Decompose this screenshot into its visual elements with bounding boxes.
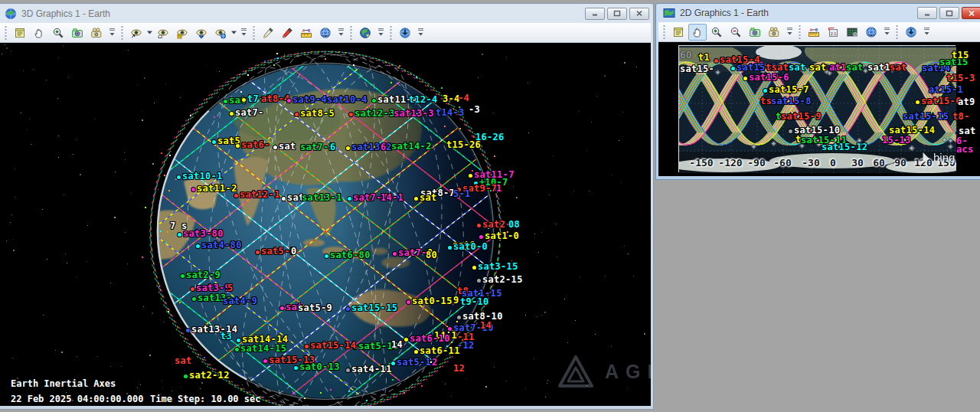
globe-map-icon bbox=[359, 27, 371, 39]
toolbar-button-zoom-in[interactable] bbox=[49, 25, 67, 41]
toolbar-overflow-icon[interactable] bbox=[239, 25, 248, 41]
star bbox=[577, 370, 577, 371]
satellite-dot-icon bbox=[242, 98, 246, 102]
toolbar-overflow-icon[interactable] bbox=[336, 25, 345, 41]
star bbox=[31, 144, 31, 145]
maximize-button[interactable] bbox=[607, 8, 627, 20]
star bbox=[556, 224, 557, 224]
star bbox=[77, 276, 77, 277]
satellite-dot-icon bbox=[237, 338, 240, 342]
star bbox=[65, 253, 66, 254]
satellite-marker bbox=[421, 385, 423, 387]
satellite-label: 14 bbox=[480, 321, 492, 330]
satellite-marker bbox=[161, 152, 162, 154]
toolbar-button-eye-arrow[interactable] bbox=[127, 25, 145, 41]
eye-home-icon bbox=[157, 27, 169, 39]
toolbar-button-marker[interactable] bbox=[259, 25, 277, 41]
toolbar-button-report[interactable] bbox=[11, 25, 29, 41]
satellite-dot-icon bbox=[414, 350, 418, 354]
window-2d-graphics: 2D Graphics 1 - Earth AB2:1 60-150-120-9… bbox=[655, 3, 980, 180]
star bbox=[58, 157, 59, 158]
star bbox=[553, 155, 554, 156]
star bbox=[525, 315, 526, 316]
toolbar-grip bbox=[349, 25, 353, 41]
satellite-marker bbox=[325, 58, 326, 60]
satellite-label: at9 bbox=[958, 97, 975, 106]
minimize-button[interactable] bbox=[585, 8, 605, 20]
toolbar-button-globe-arrow[interactable] bbox=[396, 25, 414, 41]
satellite-label: sat15-7 bbox=[763, 85, 809, 94]
star bbox=[591, 122, 592, 123]
toolbar-button-zoom-21[interactable]: 2:1 bbox=[824, 24, 842, 41]
satellite-label: sat7- bbox=[230, 108, 264, 117]
star bbox=[544, 312, 546, 313]
dropdown-caret-icon[interactable] bbox=[146, 25, 153, 41]
pen-icon bbox=[281, 27, 293, 39]
longitude-tick-label: 30 bbox=[851, 157, 864, 168]
2d-map-view[interactable]: 60-150-120-90-60-300306090120150sat15-t1… bbox=[658, 42, 980, 176]
satellite-dot-icon bbox=[273, 146, 277, 149]
animation-time-label: 22 Feb 2025 04:00:00.000 bbox=[11, 394, 143, 404]
titlebar-2d[interactable]: 2D Graphics 1 - Earth bbox=[658, 4, 980, 22]
star bbox=[2, 54, 2, 54]
satellite-label: sat6-10 bbox=[404, 334, 450, 343]
toolbar-overflow-icon[interactable] bbox=[416, 25, 425, 41]
star bbox=[611, 346, 612, 347]
satellite-label: t14-3 bbox=[436, 108, 465, 117]
maximize-button[interactable] bbox=[939, 7, 959, 19]
satellite-label: sat8-5 bbox=[295, 109, 335, 118]
toolbar-button-ruler-ab[interactable]: AB bbox=[805, 24, 823, 41]
toolbar-button-camera[interactable] bbox=[746, 24, 764, 41]
toolbar-button-report[interactable] bbox=[669, 24, 688, 41]
toolbar-button-eye-nadir[interactable] bbox=[192, 25, 211, 41]
toolbar-overflow-icon[interactable] bbox=[376, 25, 385, 41]
dropdown-caret-icon[interactable] bbox=[230, 25, 237, 41]
toolbar-button-map-grid[interactable] bbox=[843, 24, 861, 41]
toolbar-overflow-icon[interactable] bbox=[882, 25, 891, 40]
toolbar-button-pan[interactable] bbox=[30, 25, 48, 41]
satellite-label: sat15-0 bbox=[916, 96, 962, 106]
toolbar-button-globe-blue[interactable] bbox=[316, 25, 335, 41]
toolbar-button-eye-globe[interactable] bbox=[211, 25, 230, 41]
toolbar-button-camera[interactable] bbox=[68, 25, 87, 41]
toolbar-button-zoom-out[interactable] bbox=[727, 24, 745, 41]
satellite-marker bbox=[277, 57, 279, 59]
toolbar-grip bbox=[662, 25, 666, 40]
satellite-marker bbox=[330, 389, 332, 391]
3d-earth-view[interactable]: Earth Inertial Axes 22 Feb 2025 04:00:00… bbox=[0, 43, 651, 406]
toolbar-button-video[interactable] bbox=[765, 24, 783, 41]
satellite-label: sat6-80 bbox=[325, 250, 371, 260]
minimize-button[interactable] bbox=[917, 7, 937, 19]
camera-icon bbox=[749, 26, 761, 38]
close-button[interactable] bbox=[629, 8, 649, 20]
titlebar-3d[interactable]: 3D Graphics 1 - Earth bbox=[0, 4, 651, 23]
toolbar-button-globe-map[interactable] bbox=[356, 25, 374, 41]
star bbox=[47, 259, 47, 260]
satellite-marker bbox=[164, 175, 165, 176]
camera-icon bbox=[71, 27, 83, 39]
toolbar-button-pan[interactable] bbox=[688, 24, 707, 41]
satellite-label: 9 bbox=[453, 296, 459, 305]
toolbar-overflow-icon[interactable] bbox=[785, 25, 794, 40]
toolbar-button-eye-north[interactable]: N bbox=[173, 25, 191, 41]
star bbox=[13, 250, 15, 251]
zoom-in-icon bbox=[52, 27, 64, 39]
toolbar-overflow-icon[interactable] bbox=[107, 25, 116, 41]
toolbar-button-video[interactable] bbox=[87, 25, 106, 41]
star bbox=[575, 320, 576, 321]
toolbar-overflow-icon[interactable] bbox=[922, 25, 931, 40]
toolbar-button-ruler[interactable]: AB bbox=[297, 25, 315, 41]
star bbox=[68, 77, 69, 78]
star bbox=[110, 366, 111, 367]
star bbox=[100, 382, 101, 383]
star bbox=[21, 113, 21, 113]
toolbar-button-pen[interactable] bbox=[278, 25, 296, 41]
satellite-dot-icon bbox=[348, 197, 351, 201]
close-button[interactable] bbox=[962, 7, 980, 19]
toolbar-button-globe-arrow[interactable] bbox=[902, 24, 920, 41]
toolbar-button-eye-home[interactable] bbox=[154, 25, 172, 41]
toolbar-button-globe-blue[interactable] bbox=[862, 24, 880, 41]
agi-logo-icon bbox=[556, 354, 596, 389]
toolbar-button-zoom-in[interactable] bbox=[707, 24, 726, 41]
satellite-marker bbox=[169, 155, 171, 156]
